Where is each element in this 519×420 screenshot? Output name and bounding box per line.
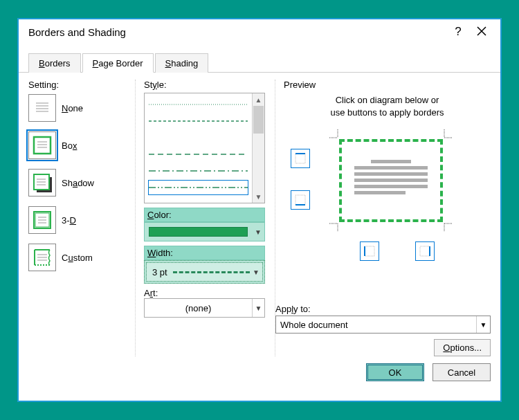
setting-none-label: None <box>62 103 83 113</box>
preview-page[interactable] <box>339 139 443 222</box>
width-row: Width: 3 pt ▼ <box>144 246 265 284</box>
corner-marker-icon <box>443 222 453 232</box>
preview-label: Preview <box>284 80 491 90</box>
svg-rect-30 <box>365 246 374 256</box>
setting-none-icon <box>28 94 56 122</box>
cancel-button[interactable]: Cancel <box>432 363 491 381</box>
border-top-button[interactable] <box>291 149 310 168</box>
art-value: (none) <box>145 303 252 313</box>
scroll-track[interactable] <box>253 106 264 190</box>
svg-rect-28 <box>295 195 305 205</box>
art-label: Art: <box>144 288 265 298</box>
style-option-dashed-long[interactable] <box>147 146 249 163</box>
apply-to-combo[interactable]: Whole document ▼ <box>275 316 491 334</box>
style-option-dashdotdot[interactable] <box>147 179 249 196</box>
tab-borders[interactable]: Borders <box>28 53 81 73</box>
scroll-up-icon[interactable]: ▲ <box>253 93 264 106</box>
chevron-down-icon[interactable]: ▼ <box>252 299 264 317</box>
setting-custom-icon <box>28 244 56 271</box>
border-left-button[interactable] <box>360 241 379 261</box>
setting-box-label: Box <box>62 140 77 151</box>
setting-3d[interactable]: 3-D <box>28 206 125 234</box>
preview-area <box>284 124 491 262</box>
preview-column: Preview Click on diagram below oruse but… <box>275 80 491 356</box>
borders-shading-dialog: Borders and Shading ? Borders Page Borde… <box>17 18 502 402</box>
apply-to-label: Apply to: <box>275 304 491 314</box>
setting-box[interactable]: Box <box>28 131 125 159</box>
style-list[interactable]: ▲ ▼ <box>144 93 265 203</box>
setting-column: Setting: None Box Shadow <box>28 80 125 356</box>
style-scrollbar[interactable]: ▲ ▼ <box>252 93 264 203</box>
corner-marker-icon <box>329 129 339 139</box>
tab-page-border[interactable]: Page Border <box>82 53 154 73</box>
width-combo[interactable]: 3 pt ▼ <box>146 262 263 282</box>
art-combo[interactable]: (none) ▼ <box>144 298 265 318</box>
apply-to-value: Whole document <box>276 320 476 330</box>
svg-rect-26 <box>295 154 305 163</box>
setting-box-icon <box>28 131 56 159</box>
style-list-body <box>145 93 252 203</box>
color-row: Color: ▼ <box>144 208 265 241</box>
style-option-dashdot[interactable] <box>147 163 249 179</box>
chevron-down-icon[interactable]: ▼ <box>476 316 490 333</box>
corner-marker-icon <box>443 129 453 139</box>
chevron-down-icon[interactable]: ▼ <box>250 268 262 276</box>
chevron-down-icon[interactable]: ▼ <box>252 228 264 236</box>
width-sample-icon <box>173 271 250 273</box>
border-bottom-button[interactable] <box>291 190 310 210</box>
svg-rect-32 <box>420 246 430 256</box>
style-column: Style: ▲ ▼ Color: <box>135 80 265 356</box>
color-swatch <box>149 227 248 237</box>
setting-shadow[interactable]: Shadow <box>28 169 125 197</box>
setting-custom[interactable]: Custom <box>28 244 125 271</box>
setting-shadow-label: Shadow <box>62 178 94 188</box>
color-label: Color: <box>144 208 265 222</box>
dialog-body: Setting: None Box Shadow <box>19 73 500 356</box>
window-title: Borders and Shading <box>28 26 446 38</box>
dialog-footer: OK Cancel <box>19 356 500 388</box>
style-label: Style: <box>144 80 265 90</box>
tab-strip: Borders Page Border Shading <box>19 43 500 73</box>
preview-text-icon <box>354 160 428 197</box>
scroll-down-icon[interactable]: ▼ <box>253 190 264 203</box>
ok-button[interactable]: OK <box>366 363 424 381</box>
setting-3d-icon <box>28 206 56 234</box>
setting-label: Setting: <box>28 80 125 90</box>
tab-shading[interactable]: Shading <box>155 53 209 73</box>
corner-marker-icon <box>329 222 339 232</box>
titlebar: Borders and Shading ? <box>19 19 500 43</box>
close-icon <box>477 26 486 36</box>
help-button[interactable]: ? <box>446 25 470 39</box>
width-label: Width: <box>144 246 265 260</box>
setting-none[interactable]: None <box>28 94 125 122</box>
setting-3d-label: 3-D <box>62 215 76 226</box>
preview-hint: Click on diagram below oruse buttons to … <box>284 94 491 118</box>
color-combo[interactable]: ▼ <box>144 222 265 241</box>
style-option-dotted[interactable] <box>147 96 249 113</box>
options-button[interactable]: Options... <box>434 339 491 356</box>
close-button[interactable] <box>470 26 493 38</box>
setting-shadow-icon <box>28 169 56 197</box>
apply-to-section: Apply to: Whole document ▼ Options... <box>275 304 491 356</box>
border-right-button[interactable] <box>415 241 435 261</box>
style-option-dashed-short[interactable] <box>147 113 249 129</box>
svg-rect-4 <box>34 137 51 154</box>
art-row: Art: (none) ▼ <box>144 288 265 318</box>
width-value: 3 pt <box>152 267 167 277</box>
setting-custom-label: Custom <box>62 253 93 263</box>
style-option-blank[interactable] <box>147 129 249 146</box>
scroll-thumb[interactable] <box>253 106 264 134</box>
